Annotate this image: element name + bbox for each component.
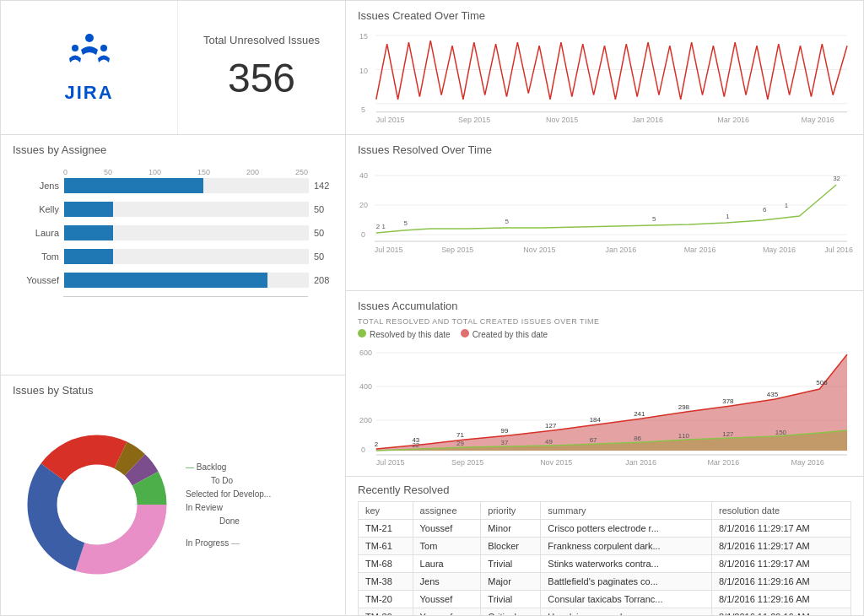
cell-summary: Consular taxicabs Torranc... <box>541 591 712 608</box>
assignee-bar-chart: Jens 142 Kelly 50 Laura 50 Tom 50 Yousse <box>13 178 333 288</box>
col-key: key <box>359 502 413 520</box>
logo-section: JIRA <box>1 1 178 134</box>
status-panel: Issues by Status <box>0 376 346 616</box>
svg-text:Jan 2016: Jan 2016 <box>632 116 663 124</box>
bar-label: Jens <box>13 181 59 191</box>
cell-key: TM-21 <box>359 520 413 538</box>
svg-text:Sep 2015: Sep 2015 <box>451 458 483 467</box>
svg-text:Nov 2015: Nov 2015 <box>523 246 555 254</box>
legend-todo: To Do <box>211 476 271 485</box>
cell-priority: Major <box>481 573 541 591</box>
cell-priority: Trivial <box>481 555 541 573</box>
svg-text:40: 40 <box>359 171 368 180</box>
svg-point-22 <box>57 465 137 544</box>
cell-assignee: Youssef <box>413 591 481 608</box>
bar-bg <box>64 273 309 288</box>
svg-point-1 <box>72 45 78 51</box>
left-bottom-panels: Issues by Assignee 050100150200250 Jens … <box>0 135 346 616</box>
cell-key: TM-61 <box>359 538 413 555</box>
bar-label: Laura <box>13 228 59 238</box>
cell-key: TM-38 <box>359 573 413 591</box>
svg-text:Jul 2015: Jul 2015 <box>375 246 403 254</box>
svg-text:5: 5 <box>652 215 656 223</box>
status-donut-chart <box>13 429 181 581</box>
bar-value: 50 <box>314 204 324 214</box>
svg-text:5: 5 <box>404 219 408 227</box>
bar-label: Youssef <box>13 275 59 285</box>
issues-created-panel: Issues Created Over Time 15 10 5 Jul 201… <box>346 0 864 135</box>
svg-text:2 1: 2 1 <box>376 223 386 230</box>
cell-key: TM-20 <box>359 591 413 608</box>
svg-text:127: 127 <box>545 422 557 430</box>
table-row: TM-39 Youssef Critical Howdying comrade … <box>359 608 851 617</box>
col-date: resolution date <box>712 502 851 520</box>
svg-text:Jan 2016: Jan 2016 <box>605 246 636 254</box>
svg-text:49: 49 <box>545 438 553 446</box>
accumulation-chart: 600 400 200 0 2 <box>358 343 851 473</box>
cell-date: 8/1/2016 11:29:16 AM <box>712 591 851 608</box>
bar-bg <box>64 225 309 240</box>
svg-text:600: 600 <box>359 349 372 357</box>
cell-summary: Frankness corpulent dark... <box>541 538 712 555</box>
assignee-panel: Issues by Assignee 050100150200250 Jens … <box>0 135 346 376</box>
svg-text:127: 127 <box>722 430 734 438</box>
svg-text:Mar 2016: Mar 2016 <box>684 246 716 254</box>
accumulation-subtitle: TOTAL RESOLVED AND TOTAL CREATED ISSUES … <box>358 317 851 326</box>
svg-text:10: 10 <box>359 67 368 75</box>
resolved-chart: 40 20 0 2 1 5 5 5 1 6 1 32 Jul 2015 <box>358 161 851 279</box>
bar-value: 50 <box>314 251 324 262</box>
assignee-bar-row: Tom 50 <box>13 249 333 264</box>
svg-text:Jul 2016: Jul 2016 <box>824 246 853 254</box>
svg-text:86: 86 <box>634 435 641 442</box>
svg-text:5: 5 <box>361 105 365 114</box>
cell-priority: Blocker <box>481 538 541 555</box>
legend-selected: Selected for Develop... <box>186 489 271 499</box>
svg-text:1: 1 <box>726 213 730 220</box>
svg-text:5: 5 <box>505 218 510 225</box>
svg-text:400: 400 <box>359 382 372 391</box>
svg-text:May 2016: May 2016 <box>802 116 834 124</box>
bar-label: Tom <box>13 251 59 262</box>
col-priority: priority <box>481 502 541 520</box>
assignee-bar-row: Youssef 208 <box>13 273 333 288</box>
svg-text:241: 241 <box>634 410 645 418</box>
right-bottom-panels: Issues Resolved Over Time 40 20 0 2 1 5 … <box>346 135 864 616</box>
bar-fill <box>64 178 203 193</box>
legend-backlog: — Backlog <box>186 462 271 472</box>
bar-bg <box>64 249 309 264</box>
svg-text:0: 0 <box>361 230 365 239</box>
resolved-panel: Issues Resolved Over Time 40 20 0 2 1 5 … <box>346 135 864 291</box>
cell-date: 8/1/2016 11:29:16 AM <box>712 608 851 617</box>
bar-fill <box>64 202 113 217</box>
total-unresolved-section: Total Unresolved Issues 356 <box>178 1 345 134</box>
issues-created-chart: 15 10 5 Jul 2015 Sep 2015 Nov 2015 Jan 2… <box>358 27 851 125</box>
col-assignee: assignee <box>413 502 481 520</box>
cell-priority: Critical <box>481 608 541 617</box>
cell-assignee: Youssef <box>413 520 481 538</box>
svg-point-2 <box>100 45 107 51</box>
svg-text:1: 1 <box>785 202 789 209</box>
header-panel: JIRA Total Unresolved Issues 356 <box>0 0 346 135</box>
table-row: TM-20 Youssef Trivial Consular taxicabs … <box>359 591 851 608</box>
bar-bg <box>64 178 309 193</box>
bar-fill <box>64 249 113 264</box>
col-summary: summary <box>541 502 712 520</box>
issues-created-title: Issues Created Over Time <box>358 9 851 22</box>
assignee-bar-row: Kelly 50 <box>13 202 333 217</box>
svg-text:May 2016: May 2016 <box>763 246 796 254</box>
svg-text:20: 20 <box>359 201 368 209</box>
svg-text:Sep 2015: Sep 2015 <box>458 116 490 124</box>
cell-summary: Stinks waterworks contra... <box>541 555 712 573</box>
svg-text:Nov 2015: Nov 2015 <box>540 458 572 467</box>
assignee-bar-row: Jens 142 <box>13 178 333 193</box>
cell-assignee: Tom <box>413 538 481 555</box>
cell-priority: Minor <box>481 520 541 538</box>
svg-text:Jan 2016: Jan 2016 <box>625 458 656 467</box>
svg-text:Jul 2015: Jul 2015 <box>376 116 405 124</box>
cell-assignee: Youssef <box>413 608 481 617</box>
legend-done: Done <box>219 516 271 526</box>
bar-fill <box>64 273 267 288</box>
bar-label: Kelly <box>13 204 59 214</box>
svg-text:2: 2 <box>375 440 379 448</box>
table-row: TM-38 Jens Major Battlefield's paginates… <box>359 573 851 591</box>
